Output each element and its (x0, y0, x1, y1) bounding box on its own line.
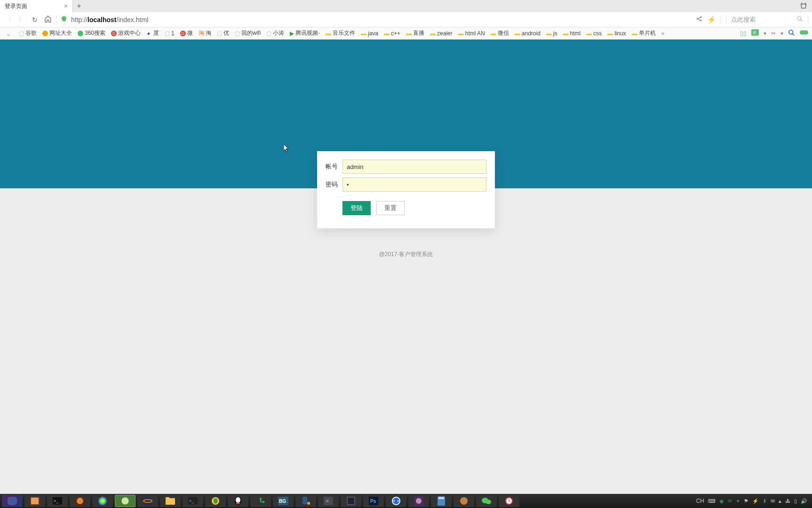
bookmark-label: java (368, 30, 378, 37)
start-button[interactable] (2, 495, 23, 507)
bookmark-item[interactable]: 360搜索 (78, 29, 105, 37)
translate-icon[interactable]: 译 (751, 29, 759, 37)
bookmark-item[interactable]: ▬微信 (491, 29, 509, 37)
bookmark-item[interactable]: ✦度 (146, 29, 159, 37)
bolt-icon[interactable]: ⚡ (707, 16, 716, 24)
svg-point-40 (416, 498, 422, 504)
browser-tab[interactable]: 登录页面 × (0, 0, 73, 12)
tray-battery-icon[interactable]: ▯ (794, 498, 797, 504)
bookmark-label: 1 (171, 30, 175, 37)
taskbar-app-eclipse[interactable] (137, 495, 158, 507)
svg-point-0 (697, 18, 698, 19)
reading-icon[interactable]: ▯▯ (740, 30, 747, 37)
taskbar-app-qq[interactable] (228, 495, 248, 507)
tab-close-icon[interactable]: × (64, 2, 68, 10)
tray-up-icon[interactable]: ▴ (779, 498, 781, 504)
tray-shield-icon[interactable]: ◉ (719, 498, 724, 504)
address-bar[interactable]: http://localhost/index.html (71, 16, 148, 24)
tray-bolt-icon[interactable]: ⚡ (752, 498, 759, 504)
bookmark-item[interactable]: 网址大全 (42, 29, 72, 37)
taskbar-app-purple[interactable] (408, 495, 429, 507)
favicon-icon: G (180, 31, 186, 36)
bookmark-item[interactable]: ▬html AN (458, 30, 485, 37)
taskbar-app-device[interactable] (295, 495, 316, 507)
separator (808, 16, 808, 24)
basket-icon[interactable] (800, 2, 807, 11)
tray-flag-icon[interactable]: ⚑ (744, 498, 748, 504)
bookmark-item[interactable]: ▬直播 (406, 29, 424, 37)
magnify-icon[interactable] (788, 29, 795, 38)
bookmark-item[interactable]: 淘淘 (199, 29, 211, 37)
shield-icon[interactable] (61, 16, 67, 24)
reload-icon[interactable]: ↻ (30, 16, 40, 24)
username-label: 帐号 (326, 162, 342, 171)
favicon-icon: ▶ (290, 30, 294, 37)
bookmark-item[interactable]: ▬单片机 (632, 29, 656, 37)
taskbar-app-javaee[interactable] (70, 495, 90, 507)
tray-msg-icon[interactable]: ✉ (771, 498, 775, 504)
bookmark-item[interactable]: ▬java (361, 30, 378, 37)
taskbar-app-green[interactable] (205, 495, 226, 507)
reset-button[interactable]: 重置 (376, 201, 405, 215)
taskbar-app-editor[interactable] (341, 495, 361, 507)
bookmark-item[interactable]: ▬zealer (430, 30, 453, 37)
bookmark-item[interactable]: ▢我的wifi (235, 29, 261, 37)
toolbar-right: ▯▯ 译 ▾ ✂ ▾ (740, 29, 808, 38)
bookmark-item[interactable]: ▬css (586, 30, 602, 37)
search-input[interactable]: 点此搜索 (726, 16, 792, 24)
bookmarks-chevron-icon[interactable]: ⌄ (4, 30, 13, 37)
password-input[interactable] (342, 177, 486, 192)
taskbar-app-clock[interactable] (499, 495, 519, 507)
bookmark-label: html AN (465, 30, 485, 37)
tray-download-icon[interactable]: ⬇ (763, 498, 767, 504)
bookmark-item[interactable]: ▬android (515, 30, 541, 37)
scissors-icon[interactable]: ✂ (771, 30, 776, 37)
taskbar-app-teamviewer[interactable] (386, 495, 406, 507)
bookmark-item[interactable]: ▢优 (217, 29, 229, 37)
taskbar-app-cmd[interactable]: >_ (183, 495, 203, 507)
taskbar-app-sync[interactable] (250, 495, 271, 507)
bookmark-item[interactable]: ▬c++ (384, 30, 400, 37)
folder-icon: ▬ (326, 30, 331, 37)
url-path: /index.html (117, 16, 149, 24)
home-icon[interactable] (43, 15, 53, 24)
login-button[interactable]: 登陆 (342, 201, 371, 215)
bookmark-label: js (553, 30, 557, 37)
taskbar-app-wechat[interactable] (476, 495, 497, 507)
taskbar-app-colorwheel[interactable] (92, 495, 113, 507)
taskbar-app-calc[interactable] (431, 495, 452, 507)
nav-back-icon[interactable]: 〈 (4, 16, 13, 24)
tray-lang[interactable]: CH (696, 498, 704, 504)
taskbar-app-1[interactable] (24, 495, 45, 507)
taskbar-app-xx[interactable]: ✕ (318, 495, 339, 507)
taskbar-app-photoshop[interactable]: Ps (363, 495, 384, 507)
share-icon[interactable] (696, 16, 702, 24)
bookmark-label: 我的wifi (241, 29, 261, 37)
bookmarks-overflow-icon[interactable]: » (661, 30, 665, 37)
bookmark-item[interactable]: ▢1 (165, 30, 175, 37)
tray-keyboard-icon[interactable]: ⌨ (708, 498, 716, 504)
bookmark-item[interactable]: ▬html (563, 30, 581, 37)
bookmark-item[interactable]: ▢小涛 (266, 29, 284, 37)
taskbar-app-nut[interactable] (454, 495, 474, 507)
gamepad-icon[interactable] (800, 29, 808, 37)
new-tab-button[interactable]: + (73, 0, 85, 12)
tray-sync-icon[interactable]: ⟳ (728, 498, 732, 504)
tray-puzzle-icon[interactable]: ✦ (736, 498, 740, 504)
taskbar-app-browser[interactable] (115, 495, 135, 507)
bookmark-item[interactable]: ▬linux (607, 30, 626, 37)
nav-forward-icon[interactable]: 〉 (17, 16, 26, 24)
tray-net-icon[interactable]: 🖧 (785, 498, 790, 504)
taskbar-app-files[interactable] (160, 495, 181, 507)
username-input[interactable] (342, 160, 486, 174)
bookmark-item[interactable]: G微 (180, 29, 193, 37)
tray-volume-icon[interactable]: 🔊 (801, 498, 807, 504)
bookmark-item[interactable]: G游戏中心 (111, 29, 141, 37)
bookmark-item[interactable]: ▬音乐文件 (326, 29, 355, 37)
search-icon[interactable] (796, 16, 803, 24)
taskbar-app-terminal[interactable]: >_ (47, 495, 68, 507)
bookmark-item[interactable]: ▢谷歌 (19, 29, 37, 37)
taskbar-app-bg[interactable]: BG (273, 495, 294, 507)
bookmark-item[interactable]: ▬js (546, 30, 557, 37)
bookmark-item[interactable]: ▶腾讯视频- (290, 29, 320, 37)
